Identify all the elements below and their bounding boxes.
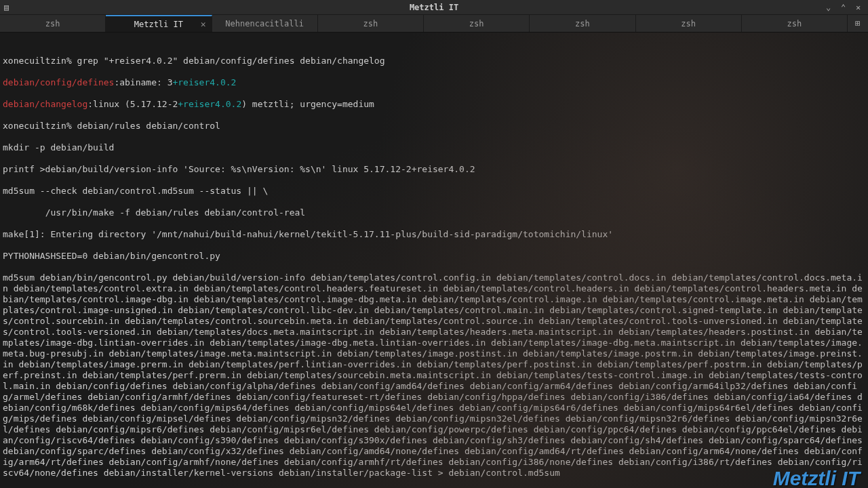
tab-6[interactable]: zsh	[636, 15, 742, 32]
prompt: xonecuiltzin%	[3, 56, 77, 66]
app-menu-icon[interactable]: ▤	[4, 3, 14, 12]
output-line: printf >debian/build/version-info 'Sourc…	[3, 164, 865, 175]
tab-0[interactable]: zsh	[0, 15, 106, 32]
window-title: Metztli IT	[410, 3, 458, 12]
tab-label: zsh	[681, 19, 696, 28]
titlebar: ▤ Metztli IT ⌄ ⌃ ✕	[0, 0, 868, 15]
tab-label: Nehnencacitlalli	[225, 19, 304, 28]
output-line: mkdir -p debian/build	[3, 142, 865, 153]
tab-label: zsh	[787, 19, 802, 28]
tab-5[interactable]: zsh	[530, 15, 635, 32]
grep-file: debian/config/defines	[3, 77, 114, 87]
tab-7[interactable]: zsh	[742, 15, 848, 32]
tab-label: zsh	[45, 19, 60, 28]
output-line: md5sum --check debian/control.md5sum --s…	[3, 186, 865, 197]
tab-label: Metztli IT	[134, 20, 183, 29]
output-line: make[1]: Entering directory '/mnt/nahui/…	[3, 229, 865, 240]
tabbar: zshMetztli IT✕Nehnencacitlallizshzshzshz…	[0, 15, 868, 33]
tab-4[interactable]: zsh	[424, 15, 530, 32]
grep-match: +reiser4.0.2	[172, 77, 236, 87]
grep-file: debian/changelog	[3, 99, 87, 109]
command-text: debian/rules debian/control	[77, 121, 220, 131]
command-text: grep "+reiser4.0.2" debian/config/define…	[77, 56, 385, 66]
grep-match: +reiser4.0.2	[178, 99, 241, 109]
terminal-output[interactable]: xonecuiltzin% grep "+reiser4.0.2" debian…	[0, 33, 868, 488]
tab-1[interactable]: Metztli IT✕	[106, 15, 212, 32]
tab-label: zsh	[469, 19, 484, 28]
grep-text: :abiname: 3	[114, 77, 172, 87]
grep-text: ) metztli; urgency=medium	[241, 99, 374, 109]
close-icon[interactable]: ✕	[856, 3, 865, 12]
maximize-icon[interactable]: ⌃	[841, 3, 850, 12]
tab-3[interactable]: zsh	[318, 15, 424, 32]
tab-label: zsh	[363, 19, 378, 28]
tab-close-icon[interactable]: ✕	[201, 19, 206, 29]
tab-grid-icon[interactable]: ⊞	[848, 15, 868, 32]
prompt: xonecuiltzin%	[3, 121, 77, 131]
grep-text: :linux (5.17.12-2	[87, 99, 178, 109]
output-line: PYTHONHASHSEED=0 debian/bin/gencontrol.p…	[3, 251, 865, 262]
tab-label: zsh	[575, 19, 590, 28]
output-block: md5sum debian/bin/gencontrol.py debian/b…	[3, 272, 865, 479]
output-line: /usr/bin/make -f debian/rules debian/con…	[3, 207, 865, 218]
minimize-icon[interactable]: ⌄	[826, 3, 835, 12]
tab-2[interactable]: Nehnencacitlalli	[212, 15, 318, 32]
